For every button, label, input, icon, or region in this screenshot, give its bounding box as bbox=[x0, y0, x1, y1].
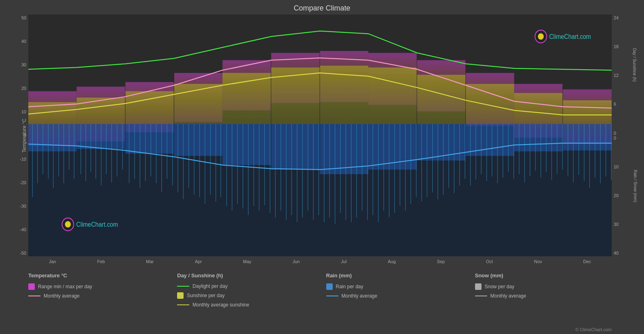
rain-avg-line bbox=[326, 296, 338, 296]
x-axis: Jan Feb Mar Apr May Jun Jul Aug Sep Oct … bbox=[4, 256, 640, 266]
svg-rect-62 bbox=[563, 124, 612, 150]
y-tick-left: -10 bbox=[20, 157, 26, 162]
legend-item-temp-avg: Monthly average bbox=[28, 293, 169, 299]
svg-rect-49 bbox=[514, 93, 563, 124]
x-label-aug: Aug bbox=[388, 259, 396, 264]
y-tick-right-bottom: 0 bbox=[614, 136, 640, 140]
y-tick-left: -40 bbox=[20, 227, 26, 232]
x-label-sep: Sep bbox=[437, 259, 445, 264]
svg-rect-50 bbox=[563, 100, 612, 124]
svg-text:ClimeChart.com: ClimeChart.com bbox=[549, 33, 591, 40]
y-tick-right-bottom: 10 bbox=[614, 164, 640, 169]
x-label-jan: Jan bbox=[49, 259, 56, 264]
x-label-jul: Jul bbox=[341, 259, 346, 264]
svg-rect-47 bbox=[417, 75, 466, 124]
legend-item-snow-avg: Monthly average bbox=[475, 293, 616, 299]
snow-swatch bbox=[475, 283, 481, 290]
svg-rect-54 bbox=[174, 124, 223, 156]
svg-rect-53 bbox=[125, 124, 174, 153]
legend-item-temp-range: Range min / max per day bbox=[28, 283, 169, 290]
y-tick-right-top: 0 bbox=[614, 131, 640, 136]
y-tick-left: 50 bbox=[21, 15, 26, 20]
rain-swatch bbox=[326, 283, 333, 290]
y-tick-left: 20 bbox=[21, 86, 26, 91]
x-label-dec: Dec bbox=[583, 259, 591, 264]
legend-item-sunshine-avg: Monthly average sunshine bbox=[177, 302, 318, 308]
y-tick-right-top: 6 bbox=[614, 102, 640, 106]
x-label-may: May bbox=[243, 259, 251, 264]
x-label-nov: Nov bbox=[534, 259, 542, 264]
copyright: © ClimeChart.com bbox=[4, 327, 640, 332]
legend-section-rain: Rain (mm) Rain per day Monthly average bbox=[326, 272, 467, 329]
legend-item-rain-avg: Monthly average bbox=[326, 293, 467, 299]
legend-section-temperature: Temperature °C Range min / max per day M… bbox=[28, 272, 169, 329]
legend-item-rain: Rain per day bbox=[326, 283, 467, 290]
x-label-feb: Feb bbox=[97, 259, 105, 264]
y-tick-right-top: 24 bbox=[614, 15, 640, 20]
y-tick-right-bottom: 40 bbox=[614, 251, 640, 255]
legend-title-sunshine: Day / Sunshine (h) bbox=[177, 272, 318, 279]
svg-point-173 bbox=[65, 221, 71, 228]
y-axis-right-top-label: Day / Sunshine (h) bbox=[632, 48, 637, 82]
sunshine-swatch bbox=[177, 292, 184, 299]
legend-title-snow: Snow (mm) bbox=[475, 272, 616, 279]
y-tick-left: -50 bbox=[20, 251, 26, 255]
daylight-line bbox=[177, 286, 189, 287]
y-tick-left: -20 bbox=[20, 180, 26, 185]
legend-label-sunshine-avg: Monthly average sunshine bbox=[192, 302, 249, 308]
svg-rect-55 bbox=[222, 124, 271, 165]
main-container: Compare Climate dallas dallas Temperatur… bbox=[0, 0, 644, 334]
y-tick-left: -30 bbox=[20, 204, 26, 208]
legend-label-temp-range: Range min / max per day bbox=[38, 284, 92, 289]
x-label-oct: Oct bbox=[486, 259, 493, 264]
legend-item-sunshine: Sunshine per day bbox=[177, 292, 318, 299]
temp-range-swatch bbox=[28, 283, 35, 290]
svg-rect-48 bbox=[466, 84, 514, 124]
y-tick-left: 10 bbox=[21, 109, 26, 114]
legend-area: Temperature °C Range min / max per day M… bbox=[4, 266, 640, 331]
legend-item-snow: Snow per day bbox=[475, 283, 616, 290]
y-tick-right-bottom: 30 bbox=[614, 222, 640, 227]
svg-rect-43 bbox=[222, 73, 271, 124]
legend-section-snow: Snow (mm) Snow per day Monthly average bbox=[475, 272, 616, 329]
legend-title-temp: Temperature °C bbox=[28, 272, 169, 279]
svg-text:ClimeChart.com: ClimeChart.com bbox=[76, 221, 118, 228]
legend-label-temp-avg: Monthly average bbox=[44, 293, 80, 299]
svg-rect-56 bbox=[271, 124, 320, 170]
svg-rect-46 bbox=[368, 68, 417, 124]
legend-label-sunshine: Sunshine per day bbox=[187, 293, 224, 298]
x-label-apr: Apr bbox=[195, 259, 202, 264]
chart-inner: ClimeChart.com ClimeChart.com bbox=[28, 15, 612, 256]
y-tick-left: 30 bbox=[21, 62, 26, 67]
legend-item-daylight: Daylight per day bbox=[177, 283, 318, 289]
x-label-jun: Jun bbox=[293, 259, 300, 264]
legend-label-rain: Rain per day bbox=[336, 284, 363, 289]
svg-rect-59 bbox=[417, 124, 466, 160]
legend-label-snow-avg: Monthly average bbox=[490, 293, 526, 299]
chart-svg: ClimeChart.com ClimeChart.com bbox=[28, 15, 612, 256]
legend-title-rain: Rain (mm) bbox=[326, 272, 467, 279]
y-axis-left-label: Temperature °C bbox=[21, 118, 27, 152]
legend-label-daylight: Daylight per day bbox=[192, 283, 228, 289]
legend-label-rain-avg: Monthly average bbox=[342, 293, 378, 299]
x-label-mar: Mar bbox=[146, 259, 154, 264]
svg-rect-40 bbox=[77, 98, 125, 124]
snow-avg-line bbox=[475, 296, 487, 296]
temp-avg-line bbox=[28, 296, 40, 296]
svg-rect-61 bbox=[514, 124, 563, 151]
sunshine-avg-line bbox=[177, 304, 189, 305]
y-tick-left: 40 bbox=[21, 39, 26, 44]
legend-section-sunshine: Day / Sunshine (h) Daylight per day Suns… bbox=[177, 272, 318, 329]
svg-rect-52 bbox=[77, 124, 125, 149]
svg-point-177 bbox=[538, 33, 544, 40]
legend-label-snow: Snow per day bbox=[485, 284, 514, 289]
svg-rect-44 bbox=[271, 68, 320, 124]
chart-title: Compare Climate bbox=[4, 4, 640, 13]
y-axis-right-bottom-label: Rain / Snow (mm) bbox=[633, 170, 637, 202]
